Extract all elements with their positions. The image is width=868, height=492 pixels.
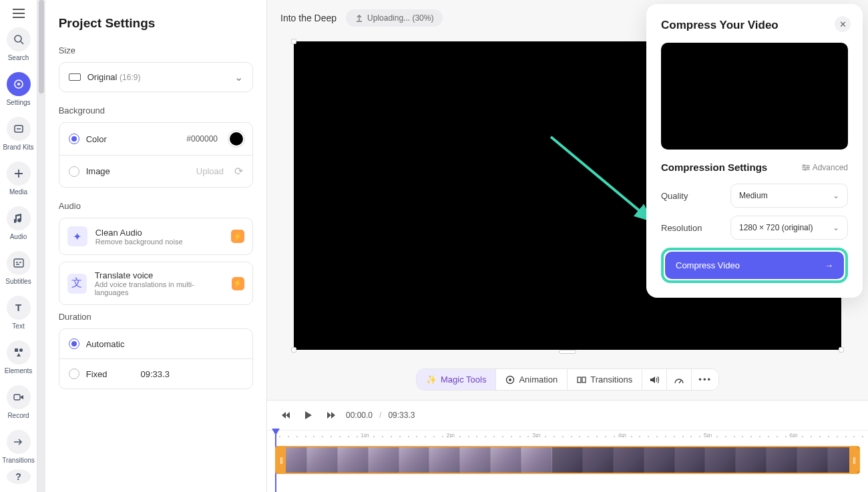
modal-preview bbox=[661, 43, 848, 150]
timeline-track-wrap: ‖ ‖ bbox=[267, 443, 868, 492]
clip-handle-right[interactable]: ‖ bbox=[849, 447, 859, 473]
duration-value: 09:33.3 bbox=[140, 369, 169, 379]
duration-fixed[interactable]: Fixed 09:33.3 bbox=[59, 359, 252, 389]
clean-audio-title: Clean Audio bbox=[95, 228, 183, 238]
volume-button[interactable] bbox=[642, 369, 667, 390]
timeline-clip[interactable]: ‖ ‖ bbox=[275, 446, 860, 474]
elements-icon bbox=[13, 347, 24, 358]
ruler-label: 2m bbox=[447, 432, 455, 439]
resolution-select[interactable]: 1280 × 720 (original) ⌄ bbox=[730, 216, 848, 240]
nav-transitions[interactable]: Transitions bbox=[0, 425, 37, 469]
nav-search[interactable]: Search bbox=[0, 22, 37, 67]
quality-label: Quality bbox=[661, 191, 688, 201]
upload-status: Uploading... (30%) bbox=[346, 9, 443, 27]
duration-fixed-label: Fixed bbox=[86, 369, 107, 379]
svg-point-2 bbox=[17, 83, 20, 85]
forward-icon bbox=[327, 411, 336, 419]
quality-select[interactable]: Medium ⌄ bbox=[730, 184, 848, 208]
upload-text: Uploading... (30%) bbox=[367, 13, 433, 23]
svg-rect-4 bbox=[14, 259, 23, 267]
settings-panel: Project Settings Size Original (16:9) ⌄ … bbox=[45, 0, 267, 492]
nav-brand-kits[interactable]: Brand Kits bbox=[0, 111, 37, 156]
help-button[interactable]: ? bbox=[7, 469, 31, 484]
advanced-toggle[interactable]: Advanced bbox=[802, 163, 848, 172]
color-swatch[interactable] bbox=[230, 132, 243, 146]
plus-icon bbox=[14, 169, 23, 178]
radio-color[interactable] bbox=[69, 134, 79, 144]
resize-handle-br[interactable] bbox=[839, 347, 844, 352]
chevron-down-icon: ⌄ bbox=[833, 223, 839, 232]
project-name[interactable]: Into the Deep bbox=[280, 13, 337, 23]
translate-icon: 文 bbox=[67, 274, 87, 294]
modal-close-button[interactable]: ✕ bbox=[835, 16, 851, 32]
svg-point-6 bbox=[19, 348, 23, 352]
bg-image-option[interactable]: Image Upload ⟳ bbox=[59, 156, 252, 187]
speed-button[interactable] bbox=[667, 369, 692, 390]
clean-audio-sub: Remove background noise bbox=[95, 238, 183, 246]
resize-handle-tl[interactable] bbox=[291, 39, 296, 44]
nav-label: Brand Kits bbox=[3, 144, 33, 151]
radio-auto[interactable] bbox=[69, 338, 79, 349]
modal-title: Compress Your Video bbox=[661, 19, 848, 32]
transitions-icon bbox=[13, 438, 24, 446]
size-ratio: (16:9) bbox=[120, 73, 140, 82]
chevron-down-icon: ⌄ bbox=[234, 71, 243, 83]
svg-rect-5 bbox=[15, 348, 18, 352]
magic-tools-button[interactable]: ✨ Magic Tools bbox=[417, 369, 496, 390]
compress-modal: ✕ Compress Your Video Compression Settin… bbox=[646, 4, 863, 298]
hamburger-menu[interactable] bbox=[5, 5, 32, 22]
quality-value: Medium bbox=[739, 191, 768, 200]
total-time: 09:33.3 bbox=[388, 411, 415, 420]
size-value: Original bbox=[87, 72, 118, 82]
play-icon bbox=[304, 411, 312, 420]
magic-icon: ✨ bbox=[426, 375, 437, 385]
radio-fixed[interactable] bbox=[69, 368, 79, 379]
time-separator: / bbox=[379, 411, 381, 420]
nav-settings[interactable]: Settings bbox=[0, 67, 37, 111]
nav-media[interactable]: Media bbox=[0, 156, 37, 201]
audio-icon bbox=[14, 213, 23, 224]
svg-rect-11 bbox=[582, 377, 586, 383]
ruler-label: 1m bbox=[361, 432, 369, 439]
svg-point-15 bbox=[804, 168, 806, 170]
sidebar: Search Settings Brand Kits Media Audio S… bbox=[0, 0, 37, 492]
rewind-icon bbox=[281, 411, 290, 419]
record-icon bbox=[13, 393, 24, 401]
size-select[interactable]: Original (16:9) ⌄ bbox=[59, 63, 252, 91]
compress-button-highlight: Compress Video → bbox=[661, 248, 848, 283]
animation-button[interactable]: Animation bbox=[496, 369, 568, 390]
nav-audio[interactable]: Audio bbox=[0, 201, 37, 246]
timeline-ruler[interactable]: 1m2m3m4m5m6m7m8m9m bbox=[267, 430, 868, 443]
radio-image[interactable] bbox=[69, 166, 79, 177]
resize-handle-bc[interactable] bbox=[559, 350, 576, 354]
transitions-button[interactable]: Transitions bbox=[568, 369, 642, 390]
clip-handle-left[interactable]: ‖ bbox=[276, 447, 286, 473]
clean-audio-row[interactable]: ✦ Clean Audio Remove background noise ⚡ bbox=[59, 218, 253, 255]
sliders-icon bbox=[802, 164, 810, 171]
nav-label: Audio bbox=[10, 233, 27, 240]
compression-settings-title: Compression Settings bbox=[661, 162, 767, 173]
spinner-icon: ⟳ bbox=[234, 165, 243, 178]
play-button[interactable] bbox=[300, 407, 316, 423]
tool-group: ✨ Magic Tools Animation Transitions ••• bbox=[416, 368, 719, 391]
nav-elements[interactable]: Elements bbox=[0, 335, 37, 380]
more-button[interactable]: ••• bbox=[692, 369, 718, 390]
resize-handle-bl[interactable] bbox=[291, 347, 296, 352]
compress-button-label: Compress Video bbox=[676, 260, 740, 270]
bg-color-option[interactable]: Color #000000 bbox=[59, 123, 252, 156]
animation-label: Animation bbox=[519, 375, 558, 385]
nav-text[interactable]: T Text bbox=[0, 290, 37, 335]
scrollbar-thumb[interactable] bbox=[39, 0, 44, 93]
forward-button[interactable] bbox=[323, 407, 339, 423]
nav-subtitles[interactable]: Subtitles bbox=[0, 246, 37, 290]
page-title: Project Settings bbox=[59, 16, 253, 31]
nav-record[interactable]: Record bbox=[0, 380, 37, 425]
sidebar-scrollbar[interactable] bbox=[37, 0, 45, 492]
compress-video-button[interactable]: Compress Video → bbox=[665, 252, 844, 279]
upload-label: Upload bbox=[196, 166, 224, 176]
rewind-button[interactable] bbox=[278, 407, 294, 423]
translate-row[interactable]: 文 Translate voice Add voice translations… bbox=[59, 262, 253, 305]
background-label: Background bbox=[59, 105, 253, 115]
duration-auto[interactable]: Automatic bbox=[59, 329, 252, 359]
menu-icon bbox=[13, 9, 25, 18]
